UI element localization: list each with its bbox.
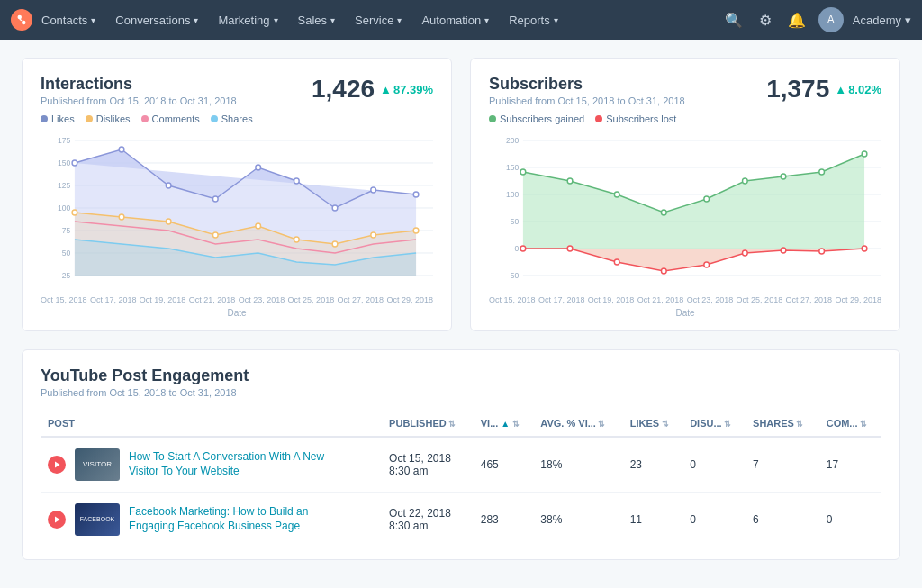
sub-card-header: Subscribers Published from Oct 15, 2018 … — [489, 75, 881, 113]
user-menu[interactable]: Academy ▾ — [853, 14, 911, 27]
svg-text:50: 50 — [62, 249, 71, 258]
legend-comments: Comments — [141, 113, 200, 124]
nav-reports[interactable]: Reports ▾ — [500, 8, 567, 32]
youtube-play-icon — [51, 459, 62, 470]
svg-point-33 — [256, 223, 261, 229]
post-cell-2: FACEBOOK Facebook Marketing: How to Buil… — [41, 493, 382, 547]
svg-point-56 — [704, 196, 710, 202]
subscribers-value: 1,375 — [766, 75, 829, 104]
interactions-axis-label: Date — [41, 308, 433, 318]
svg-point-30 — [119, 214, 124, 220]
charts-row: Interactions Published from Oct 15, 2018… — [22, 58, 900, 331]
triangle-up-icon: ▲ — [835, 83, 846, 96]
svg-text:50: 50 — [511, 217, 520, 226]
interactions-change: ▲ 87.39% — [380, 83, 433, 96]
nav-conversations[interactable]: Conversations ▾ — [106, 8, 207, 32]
svg-point-20 — [119, 147, 124, 152]
legend-dislikes: Dislikes — [86, 113, 131, 124]
gained-dot — [489, 115, 496, 122]
triangle-up-icon: ▲ — [380, 83, 392, 96]
svg-point-63 — [567, 246, 573, 251]
svg-point-31 — [166, 219, 171, 224]
nav-automation[interactable]: Automation ▾ — [412, 8, 498, 32]
search-icon[interactable]: 🔍 — [721, 8, 746, 32]
svg-point-25 — [332, 205, 338, 211]
youtube-icon-1 — [48, 456, 66, 474]
svg-point-67 — [743, 250, 748, 256]
svg-point-24 — [294, 178, 300, 184]
comments-1: 17 — [819, 437, 881, 493]
nav-sales[interactable]: Sales ▾ — [289, 8, 345, 32]
svg-point-53 — [567, 178, 573, 184]
svg-point-68 — [781, 248, 786, 253]
published-1: Oct 15, 20188:30 am — [382, 437, 474, 493]
svg-point-59 — [819, 169, 825, 175]
post-title-2[interactable]: Facebook Marketing: How to Build an Enga… — [129, 505, 336, 533]
svg-text:0: 0 — [514, 244, 519, 253]
col-shares[interactable]: SHARES — [746, 411, 819, 437]
table-row: FACEBOOK Facebook Marketing: How to Buil… — [41, 493, 881, 547]
shares-1: 7 — [746, 437, 819, 493]
chevron-icon: ▾ — [484, 15, 489, 25]
legend-shares: Shares — [211, 113, 253, 124]
subscribers-change: ▲ 8.02% — [835, 83, 881, 96]
interactions-legend: Likes Dislikes Comments Shares — [41, 113, 433, 124]
col-post: POST — [41, 411, 382, 437]
nav-marketing[interactable]: Marketing ▾ — [209, 8, 286, 32]
svg-text:125: 125 — [58, 181, 70, 190]
subscribers-chart: 200 150 100 50 0 -50 — [489, 131, 881, 294]
col-published[interactable]: PUBLISHED — [382, 411, 474, 437]
subscribers-card: Subscribers Published from Oct 15, 2018 … — [470, 58, 900, 331]
avg-viewed-1: 18% — [533, 437, 622, 493]
svg-point-21 — [166, 183, 171, 188]
interactions-card: Interactions Published from Oct 15, 2018… — [22, 58, 452, 331]
dislikes-1: 0 — [682, 437, 746, 493]
interactions-value: 1,426 — [312, 75, 375, 104]
bell-icon[interactable]: 🔔 — [784, 8, 809, 32]
likes-2: 11 — [623, 493, 682, 547]
chevron-icon: ▾ — [194, 15, 198, 25]
chevron-icon: ▾ — [397, 15, 402, 25]
col-comments[interactable]: COM... — [819, 411, 881, 437]
svg-text:200: 200 — [506, 136, 519, 145]
gear-icon[interactable]: ⚙ — [755, 8, 775, 32]
hubspot-logo[interactable] — [11, 9, 32, 31]
card-header: Interactions Published from Oct 15, 2018… — [41, 75, 433, 113]
engagement-title: YouTube Post Engagement — [41, 366, 881, 385]
legend-likes: Likes — [41, 113, 75, 124]
col-views[interactable]: VI... ▲ — [474, 411, 534, 437]
svg-point-69 — [819, 249, 825, 254]
views-1: 465 — [474, 437, 534, 493]
dislikes-dot — [86, 115, 93, 122]
youtube-icon-2 — [48, 511, 66, 529]
svg-point-35 — [332, 241, 338, 247]
post-title-1[interactable]: How To Start A Conversation With A New V… — [129, 450, 336, 478]
chevron-down-icon: ▾ — [905, 14, 911, 27]
likes-dot — [41, 115, 48, 122]
interactions-svg: 175 150 125 100 75 50 25 — [41, 131, 433, 294]
post-thumbnail-1: VISITOR — [75, 448, 120, 481]
svg-point-62 — [520, 246, 526, 251]
svg-point-70 — [862, 246, 867, 251]
svg-point-57 — [743, 178, 748, 184]
nav-items: Contacts ▾ Conversations ▾ Marketing ▾ S… — [32, 8, 721, 32]
nav-service[interactable]: Service ▾ — [346, 8, 411, 32]
svg-point-58 — [781, 174, 786, 179]
youtube-play-icon — [51, 514, 62, 525]
shares-dot — [211, 115, 218, 122]
engagement-card: YouTube Post Engagement Published from O… — [22, 349, 900, 560]
post-cell-1: VISITOR How To Start A Conversation With… — [41, 437, 382, 493]
col-dislikes[interactable]: DISU... — [682, 411, 746, 437]
subscribers-svg: 200 150 100 50 0 -50 — [489, 131, 881, 294]
col-likes[interactable]: LIKES — [623, 411, 682, 437]
svg-point-34 — [294, 237, 300, 242]
svg-line-2 — [20, 19, 22, 21]
chevron-icon: ▾ — [330, 15, 335, 25]
subscribers-subtitle: Published from Oct 15, 2018 to Oct 31, 2… — [489, 95, 685, 106]
nav-contacts[interactable]: Contacts ▾ — [32, 8, 104, 32]
col-avg-viewed[interactable]: AVG. % VI... — [533, 411, 622, 437]
svg-text:150: 150 — [58, 158, 70, 167]
avatar[interactable]: A — [818, 7, 844, 32]
subscribers-axis-label: Date — [489, 308, 881, 318]
svg-point-1 — [22, 21, 26, 25]
